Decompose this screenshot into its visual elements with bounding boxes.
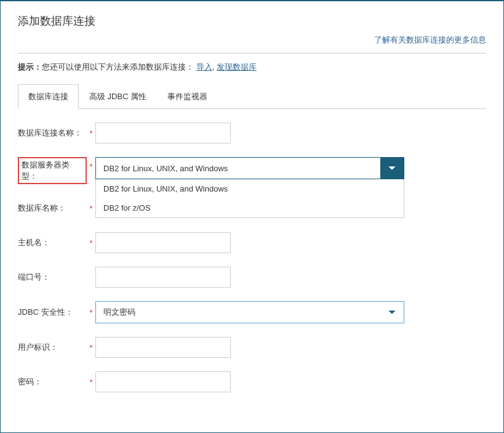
label-server-type-highlight: 数据服务器类型：: [18, 157, 87, 184]
label-port: 端口号：: [18, 272, 87, 283]
option-db2-luw[interactable]: DB2 for Linux, UNIX, and Windows: [96, 179, 404, 198]
label-db-name: 数据库名称：: [18, 203, 87, 214]
tab-event-monitor[interactable]: 事件监视器: [157, 84, 218, 109]
row-conn-name: 数据库连接名称： *: [18, 123, 486, 144]
scroll-filler: [18, 406, 486, 407]
hint-row: 提示：您还可以使用以下方法来添加数据库连接： 导入, 发现数据库: [18, 62, 486, 73]
label-server-type: 数据服务器类型：: [18, 157, 87, 184]
input-conn-name[interactable]: [95, 123, 231, 144]
required-marker: [87, 273, 95, 282]
header-divider: [18, 53, 486, 54]
row-password: 密码： *: [18, 371, 486, 392]
hint-label: 提示：: [18, 62, 42, 71]
row-port: 端口号：: [18, 267, 486, 288]
required-marker: *: [87, 157, 95, 171]
row-host: 主机名： *: [18, 232, 486, 253]
required-marker: *: [87, 204, 95, 213]
dropdown-jdbc-security[interactable]: 明文密码: [95, 301, 404, 323]
dropdown-server-type-menu: DB2 for Linux, UNIX, and Windows DB2 for…: [95, 179, 404, 218]
content-scroll-area[interactable]: 提示：您还可以使用以下方法来添加数据库连接： 导入, 发现数据库 数据库连接 高…: [1, 62, 503, 425]
label-password: 密码：: [18, 376, 87, 387]
dialog-add-db-connection: 添加数据库连接 了解有关数据库连接的更多信息 提示：您还可以使用以下方法来添加数…: [0, 0, 504, 433]
required-marker: *: [87, 343, 95, 352]
row-server-type: 数据服务器类型： * DB2 for Linux, UNIX, and Wind…: [18, 157, 486, 184]
chevron-down-icon[interactable]: [380, 302, 404, 323]
input-host[interactable]: [95, 232, 231, 253]
tabs: 数据库连接 高级 JDBC 属性 事件监视器: [18, 84, 486, 109]
label-conn-name: 数据库连接名称：: [18, 127, 87, 139]
required-marker: *: [87, 308, 95, 317]
label-jdbc-security: JDBC 安全性：: [18, 307, 87, 318]
label-host: 主机名：: [18, 237, 87, 248]
dropdown-jdbc-security-value: 明文密码: [96, 302, 380, 323]
tab-advanced-jdbc[interactable]: 高级 JDBC 属性: [79, 84, 157, 109]
row-user-id: 用户标识： *: [18, 337, 486, 358]
chevron-down-icon[interactable]: [380, 158, 404, 179]
hint-sep: ,: [212, 62, 217, 71]
input-password[interactable]: [95, 371, 231, 392]
tab-db-connection[interactable]: 数据库连接: [18, 84, 79, 109]
dialog-header: 添加数据库连接: [1, 1, 503, 34]
hint-text: 您还可以使用以下方法来添加数据库连接：: [42, 62, 194, 71]
label-user-id: 用户标识：: [18, 342, 87, 353]
input-port[interactable]: [95, 267, 231, 288]
row-jdbc-security: JDBC 安全性： * 明文密码: [18, 301, 486, 323]
more-info-link[interactable]: 了解有关数据库连接的更多信息: [374, 35, 486, 44]
required-interactable: *: [87, 378, 95, 387]
input-user-id[interactable]: [95, 337, 231, 358]
option-db2-zos[interactable]: DB2 for z/OS: [96, 198, 404, 217]
required-marker: *: [87, 238, 95, 248]
dialog-title: 添加数据库连接: [18, 14, 486, 28]
required-marker: *: [87, 129, 95, 138]
dropdown-server-type-value: DB2 for Linux, UNIX, and Windows: [96, 158, 380, 179]
import-link[interactable]: 导入: [196, 62, 212, 71]
dropdown-server-type[interactable]: DB2 for Linux, UNIX, and Windows DB2 for…: [95, 157, 404, 179]
more-info-row: 了解有关数据库连接的更多信息: [1, 34, 503, 53]
discover-db-link[interactable]: 发现数据库: [217, 62, 257, 71]
